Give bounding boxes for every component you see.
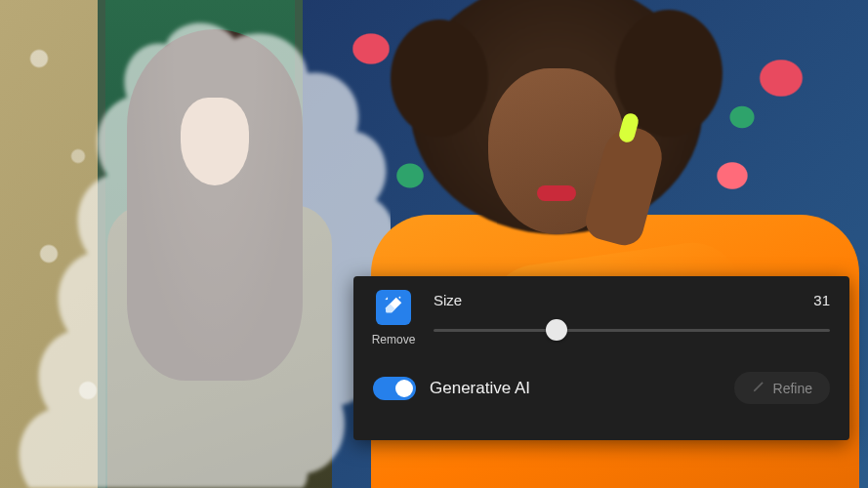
pencil-icon xyxy=(752,380,765,396)
photo-canvas[interactable]: Remove Size 31 Generative AI xyxy=(0,0,868,488)
subject-left-person xyxy=(88,29,342,488)
eraser-icon xyxy=(383,295,404,320)
refine-button[interactable]: Refine xyxy=(734,372,830,404)
refine-button-label: Refine xyxy=(773,381,812,396)
size-slider[interactable] xyxy=(434,318,830,342)
remove-tool-label: Remove xyxy=(372,333,416,346)
generative-ai-label: Generative AI xyxy=(430,379,530,398)
generative-ai-toggle[interactable] xyxy=(373,377,416,400)
size-slider-thumb[interactable] xyxy=(546,319,567,341)
size-slider-value: 31 xyxy=(813,292,830,308)
remove-tool-panel: Remove Size 31 Generative AI xyxy=(353,276,849,440)
remove-tool-button[interactable] xyxy=(376,290,411,325)
size-slider-label: Size xyxy=(434,292,462,308)
